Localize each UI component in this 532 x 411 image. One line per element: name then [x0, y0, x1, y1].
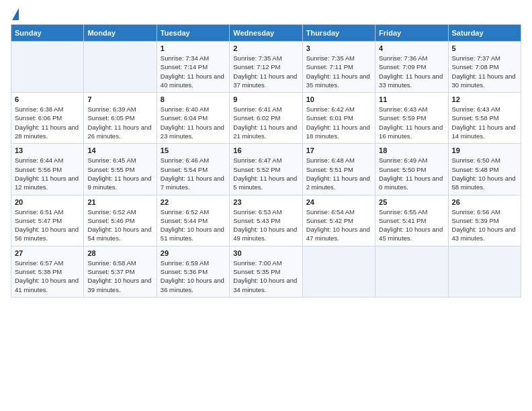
calendar-cell: 29Sunrise: 6:59 AM Sunset: 5:36 PM Dayli…	[157, 246, 229, 297]
day-info: Sunrise: 7:36 AM Sunset: 7:09 PM Dayligh…	[379, 54, 444, 89]
calendar-cell	[84, 42, 157, 93]
day-info: Sunrise: 6:50 AM Sunset: 5:48 PM Dayligh…	[452, 156, 517, 191]
day-number: 4	[379, 44, 444, 52]
calendar-cell: 28Sunrise: 6:58 AM Sunset: 5:37 PM Dayli…	[84, 246, 157, 297]
day-number: 24	[306, 198, 371, 206]
calendar-cell: 16Sunrise: 6:47 AM Sunset: 5:52 PM Dayli…	[230, 144, 302, 195]
calendar-cell: 19Sunrise: 6:50 AM Sunset: 5:48 PM Dayli…	[448, 144, 521, 195]
calendar-table: SundayMondayTuesdayWednesdayThursdayFrid…	[11, 24, 521, 298]
calendar-cell: 17Sunrise: 6:48 AM Sunset: 5:51 PM Dayli…	[302, 144, 375, 195]
calendar-header-saturday: Saturday	[448, 25, 521, 42]
day-info: Sunrise: 6:47 AM Sunset: 5:52 PM Dayligh…	[233, 156, 298, 191]
day-number: 15	[161, 146, 226, 154]
day-info: Sunrise: 6:48 AM Sunset: 5:51 PM Dayligh…	[306, 156, 371, 191]
day-info: Sunrise: 6:45 AM Sunset: 5:55 PM Dayligh…	[87, 156, 152, 191]
day-number: 29	[161, 249, 226, 257]
calendar-cell: 25Sunrise: 6:55 AM Sunset: 5:41 PM Dayli…	[375, 195, 448, 246]
calendar-cell: 12Sunrise: 6:43 AM Sunset: 5:58 PM Dayli…	[448, 93, 521, 144]
calendar-header-row: SundayMondayTuesdayWednesdayThursdayFrid…	[11, 25, 521, 42]
calendar-cell: 10Sunrise: 6:42 AM Sunset: 6:01 PM Dayli…	[302, 93, 375, 144]
day-info: Sunrise: 6:55 AM Sunset: 5:41 PM Dayligh…	[379, 208, 444, 243]
calendar-header-monday: Monday	[84, 25, 157, 42]
day-number: 7	[87, 95, 152, 103]
calendar-cell: 11Sunrise: 6:43 AM Sunset: 5:59 PM Dayli…	[375, 93, 448, 144]
day-number: 25	[379, 198, 444, 206]
day-info: Sunrise: 6:52 AM Sunset: 5:44 PM Dayligh…	[161, 208, 226, 243]
day-number: 5	[452, 44, 517, 52]
day-number: 6	[15, 95, 80, 103]
calendar-cell: 9Sunrise: 6:41 AM Sunset: 6:02 PM Daylig…	[230, 93, 302, 144]
calendar-header-thursday: Thursday	[302, 25, 375, 42]
day-number: 19	[452, 146, 517, 154]
day-number: 13	[15, 146, 80, 154]
day-info: Sunrise: 6:46 AM Sunset: 5:54 PM Dayligh…	[161, 156, 226, 191]
day-number: 28	[87, 249, 152, 257]
day-number: 16	[233, 146, 298, 154]
day-info: Sunrise: 6:54 AM Sunset: 5:42 PM Dayligh…	[306, 208, 371, 243]
calendar-cell: 7Sunrise: 6:39 AM Sunset: 6:05 PM Daylig…	[84, 93, 157, 144]
day-number: 26	[452, 198, 517, 206]
day-info: Sunrise: 7:34 AM Sunset: 7:14 PM Dayligh…	[161, 54, 226, 89]
calendar-cell	[375, 246, 448, 297]
day-number: 30	[233, 249, 298, 257]
day-number: 20	[15, 198, 80, 206]
calendar-cell: 4Sunrise: 7:36 AM Sunset: 7:09 PM Daylig…	[375, 42, 448, 93]
header	[11, 11, 521, 17]
calendar-cell: 21Sunrise: 6:52 AM Sunset: 5:46 PM Dayli…	[84, 195, 157, 246]
day-number: 14	[87, 146, 152, 154]
day-number: 12	[452, 95, 517, 103]
day-number: 8	[161, 95, 226, 103]
calendar-cell: 18Sunrise: 6:49 AM Sunset: 5:50 PM Dayli…	[375, 144, 448, 195]
calendar-cell: 22Sunrise: 6:52 AM Sunset: 5:44 PM Dayli…	[157, 195, 229, 246]
day-number: 21	[87, 198, 152, 206]
calendar-cell: 1Sunrise: 7:34 AM Sunset: 7:14 PM Daylig…	[157, 42, 229, 93]
day-info: Sunrise: 6:43 AM Sunset: 5:58 PM Dayligh…	[452, 105, 517, 140]
calendar-cell: 14Sunrise: 6:45 AM Sunset: 5:55 PM Dayli…	[84, 144, 157, 195]
calendar-cell: 24Sunrise: 6:54 AM Sunset: 5:42 PM Dayli…	[302, 195, 375, 246]
day-info: Sunrise: 6:59 AM Sunset: 5:36 PM Dayligh…	[161, 259, 226, 294]
calendar-cell	[302, 246, 375, 297]
calendar-cell	[11, 42, 84, 93]
day-info: Sunrise: 7:35 AM Sunset: 7:11 PM Dayligh…	[306, 54, 371, 89]
calendar-header-friday: Friday	[375, 25, 448, 42]
day-number: 2	[233, 44, 298, 52]
day-info: Sunrise: 6:41 AM Sunset: 6:02 PM Dayligh…	[233, 105, 298, 140]
day-info: Sunrise: 6:43 AM Sunset: 5:59 PM Dayligh…	[379, 105, 444, 140]
day-number: 22	[161, 198, 226, 206]
calendar-cell: 30Sunrise: 7:00 AM Sunset: 5:35 PM Dayli…	[230, 246, 302, 297]
calendar-cell	[448, 246, 521, 297]
calendar-cell: 15Sunrise: 6:46 AM Sunset: 5:54 PM Dayli…	[157, 144, 229, 195]
calendar-cell: 8Sunrise: 6:40 AM Sunset: 6:04 PM Daylig…	[157, 93, 229, 144]
calendar-header-tuesday: Tuesday	[157, 25, 229, 42]
calendar-cell: 27Sunrise: 6:57 AM Sunset: 5:38 PM Dayli…	[11, 246, 84, 297]
day-number: 1	[161, 44, 226, 52]
day-info: Sunrise: 6:53 AM Sunset: 5:43 PM Dayligh…	[233, 208, 298, 243]
day-number: 23	[233, 198, 298, 206]
day-number: 10	[306, 95, 371, 103]
day-info: Sunrise: 6:40 AM Sunset: 6:04 PM Dayligh…	[161, 105, 226, 140]
day-number: 3	[306, 44, 371, 52]
day-number: 18	[379, 146, 444, 154]
calendar-week-row: 6Sunrise: 6:38 AM Sunset: 6:06 PM Daylig…	[11, 93, 521, 144]
day-info: Sunrise: 6:51 AM Sunset: 5:47 PM Dayligh…	[15, 208, 80, 243]
day-info: Sunrise: 6:49 AM Sunset: 5:50 PM Dayligh…	[379, 156, 444, 191]
calendar-header-wednesday: Wednesday	[230, 25, 302, 42]
day-info: Sunrise: 6:58 AM Sunset: 5:37 PM Dayligh…	[87, 259, 152, 294]
calendar-header-sunday: Sunday	[11, 25, 84, 42]
calendar-cell: 5Sunrise: 7:37 AM Sunset: 7:08 PM Daylig…	[448, 42, 521, 93]
calendar-week-row: 20Sunrise: 6:51 AM Sunset: 5:47 PM Dayli…	[11, 195, 521, 246]
logo	[11, 11, 19, 17]
day-info: Sunrise: 6:56 AM Sunset: 5:39 PM Dayligh…	[452, 208, 517, 243]
calendar-cell: 26Sunrise: 6:56 AM Sunset: 5:39 PM Dayli…	[448, 195, 521, 246]
day-info: Sunrise: 6:39 AM Sunset: 6:05 PM Dayligh…	[87, 105, 152, 140]
day-number: 9	[233, 95, 298, 103]
day-info: Sunrise: 6:42 AM Sunset: 6:01 PM Dayligh…	[306, 105, 371, 140]
calendar-cell: 13Sunrise: 6:44 AM Sunset: 5:56 PM Dayli…	[11, 144, 84, 195]
calendar-week-row: 27Sunrise: 6:57 AM Sunset: 5:38 PM Dayli…	[11, 246, 521, 297]
day-info: Sunrise: 7:35 AM Sunset: 7:12 PM Dayligh…	[233, 54, 298, 89]
calendar-cell: 3Sunrise: 7:35 AM Sunset: 7:11 PM Daylig…	[302, 42, 375, 93]
calendar-cell: 20Sunrise: 6:51 AM Sunset: 5:47 PM Dayli…	[11, 195, 84, 246]
logo-triangle-icon	[12, 8, 19, 20]
day-info: Sunrise: 6:44 AM Sunset: 5:56 PM Dayligh…	[15, 156, 80, 191]
day-info: Sunrise: 6:52 AM Sunset: 5:46 PM Dayligh…	[87, 208, 152, 243]
